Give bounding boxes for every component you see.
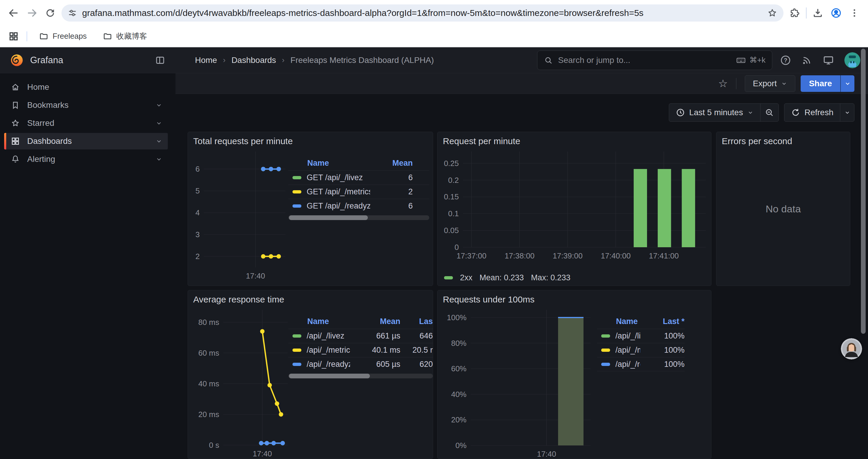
line-chart[interactable]: 0 s20 ms40 ms60 ms80 ms17:40	[190, 307, 289, 459]
panel-title[interactable]: Requests under 100ms	[443, 294, 534, 304]
share-menu-button[interactable]	[840, 75, 855, 92]
svg-text:40%: 40%	[451, 390, 466, 399]
series-mean: 605 µs	[350, 360, 400, 369]
scrollbar-thumb[interactable]	[289, 374, 370, 379]
series-name[interactable]: /api/_/readyz	[307, 360, 350, 369]
breadcrumb-dashboards[interactable]: Dashboards	[231, 56, 276, 65]
refresh-button[interactable]: Refresh	[784, 104, 840, 121]
refresh-group: Refresh	[784, 103, 855, 122]
panel-title[interactable]: Average response time	[193, 294, 284, 304]
chevron-down-icon	[844, 109, 850, 116]
chevron-down-icon[interactable]	[155, 102, 162, 109]
bookmark-folder-blogs[interactable]: 收藏博客	[99, 29, 151, 43]
browser-menu-button[interactable]	[847, 6, 862, 20]
bookmark-star-button[interactable]	[767, 8, 778, 18]
forward-button[interactable]	[25, 6, 39, 20]
svg-text:0.2: 0.2	[448, 176, 459, 185]
sidebar-item-dashboards[interactable]: Dashboards	[4, 133, 168, 150]
chevron-down-icon[interactable]	[155, 138, 162, 145]
line-chart[interactable]: 2345617:40	[190, 149, 288, 283]
legend-line: 2xx Mean: 0.233 Max: 0.233	[444, 273, 570, 282]
series-name[interactable]: GET /api/_/readyz	[307, 201, 370, 210]
legend-header-mean[interactable]: Mean	[350, 317, 400, 326]
legend-row: GET /api/_/livez 6	[288, 170, 429, 185]
site-settings-icon[interactable]	[67, 8, 78, 18]
downloads-button[interactable]	[811, 6, 825, 20]
svg-text:20 ms: 20 ms	[198, 410, 219, 419]
sidebar-collapse-button[interactable]	[155, 55, 165, 66]
legend-header: Name Mean Las	[288, 314, 433, 329]
apps-grid-icon[interactable]	[8, 31, 19, 42]
back-button[interactable]	[6, 6, 21, 20]
clock-icon	[676, 108, 685, 117]
search-input[interactable]	[557, 55, 731, 65]
address-bar[interactable]: grafana.mathmast.com/d/deytv4rwavabkb/fr…	[61, 4, 783, 22]
svg-text:0%: 0%	[455, 441, 466, 450]
sidebar-item-alerting[interactable]: Alerting	[4, 151, 168, 167]
refresh-icon	[791, 108, 800, 117]
star-icon	[767, 8, 778, 18]
sidebar-item-label: Bookmarks	[27, 100, 68, 110]
series-name[interactable]: /api/_/livez	[307, 331, 350, 340]
legend-header-mean[interactable]: Mean	[370, 159, 429, 168]
svg-text:20%: 20%	[451, 415, 466, 424]
bookmarks-divider	[27, 31, 27, 41]
series-name[interactable]: GET /api/_/metrics	[307, 187, 370, 196]
scrollbar-thumb[interactable]	[289, 215, 368, 220]
chevron-down-icon[interactable]	[155, 156, 162, 163]
series-name[interactable]: /api/_/livez	[615, 331, 640, 340]
bar-chart[interactable]: 00.050.10.150.20.2517:37:0017:38:0017:39…	[439, 149, 710, 273]
bar-chart[interactable]: 0%20%40%60%80%100%17:40	[440, 307, 593, 459]
url-text[interactable]: grafana.mathmast.com/d/deytv4rwavabkb/fr…	[82, 8, 762, 18]
legend-header-last[interactable]: Las	[400, 317, 433, 326]
page-scrollbar[interactable]	[861, 49, 866, 334]
favorite-dashboard-button[interactable]: ☆	[718, 78, 728, 89]
svg-text:17:40: 17:40	[253, 449, 272, 458]
legend-scrollbar[interactable]	[288, 374, 433, 379]
search-box[interactable]: ⌘+k	[537, 51, 772, 70]
series-name[interactable]: /api/_/metrics	[615, 346, 640, 355]
sidebar-item-bookmarks[interactable]: Bookmarks	[4, 97, 168, 113]
sidebar-item-home[interactable]: Home	[4, 79, 168, 95]
floating-assistant-avatar[interactable]	[841, 338, 862, 359]
help-icon[interactable]: ?	[780, 55, 791, 66]
shortcut-label: ⌘+k	[749, 56, 766, 65]
refresh-interval-button[interactable]	[840, 104, 854, 121]
legend-row: /api/_/readyz 100%	[597, 357, 685, 371]
series-name[interactable]: 2xx	[460, 273, 472, 282]
panel-title[interactable]: Request per minute	[443, 136, 520, 146]
zoom-out-button[interactable]	[760, 104, 778, 121]
grafana-body: Home Bookmarks Starred Dashboards	[0, 73, 868, 459]
grafana-logo[interactable]	[10, 54, 24, 67]
series-name[interactable]: /api/_/readyz	[615, 360, 640, 369]
news-rss-icon[interactable]	[801, 55, 812, 66]
kebab-menu-icon	[849, 8, 860, 18]
time-range-button[interactable]: Last 5 minutes	[669, 104, 760, 121]
share-button-group: Share	[801, 75, 855, 92]
series-swatch-green	[601, 334, 610, 338]
sidebar-item-starred[interactable]: Starred	[4, 115, 168, 131]
profile-button[interactable]	[829, 6, 843, 20]
export-button[interactable]: Export	[745, 75, 795, 92]
series-name[interactable]: /api/_/metrics	[307, 346, 350, 355]
svg-text:0.25: 0.25	[444, 159, 459, 168]
legend-header-name[interactable]: Name	[616, 317, 640, 326]
monitor-icon[interactable]	[823, 54, 834, 66]
browser-toolbar: grafana.mathmast.com/d/deytv4rwavabkb/fr…	[0, 0, 868, 26]
bookmark-folder-freeleaps[interactable]: Freeleaps	[35, 30, 91, 43]
extensions-button[interactable]	[788, 6, 802, 20]
legend-header-last[interactable]: Last *	[640, 317, 685, 326]
legend-header-name[interactable]: Name	[307, 317, 350, 326]
panel-title[interactable]: Total requests per minute	[193, 136, 293, 146]
legend-scrollbar[interactable]	[288, 215, 429, 220]
user-avatar[interactable]	[844, 52, 860, 68]
chevron-down-icon[interactable]	[155, 120, 162, 127]
series-mean: 40.1 ms	[350, 346, 400, 355]
puzzle-icon	[789, 8, 800, 18]
series-name[interactable]: GET /api/_/livez	[307, 173, 370, 182]
breadcrumb-home[interactable]: Home	[195, 56, 217, 65]
reload-button[interactable]	[43, 6, 57, 20]
legend-header-name[interactable]: Name	[307, 159, 329, 168]
svg-text:100%: 100%	[447, 313, 467, 322]
share-button[interactable]: Share	[801, 75, 840, 92]
